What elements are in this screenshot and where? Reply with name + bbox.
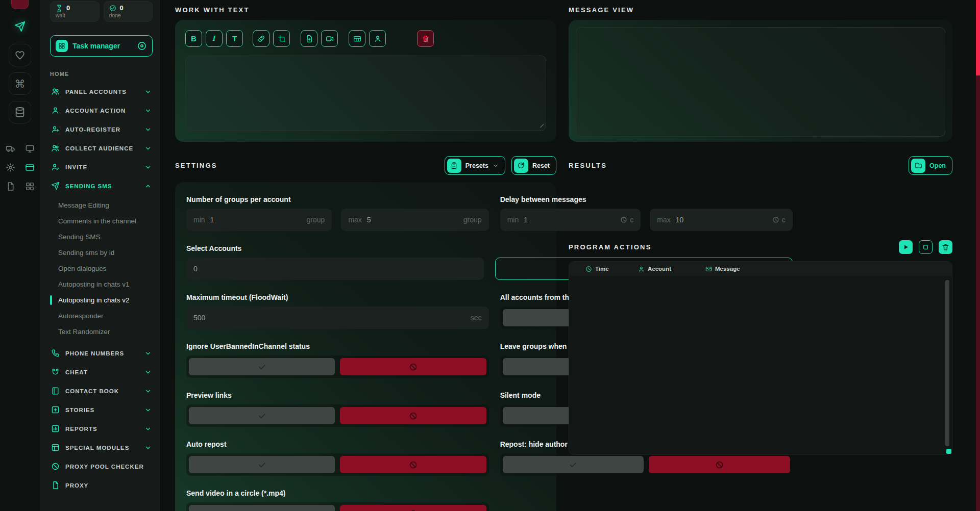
toggle-enable-button[interactable]: [189, 407, 335, 424]
document-mini-button[interactable]: [5, 181, 16, 192]
task-manager-button[interactable]: Task manager: [50, 35, 153, 57]
toggle-switch: [186, 404, 489, 427]
start-button[interactable]: [899, 240, 913, 254]
toggle-enable-button[interactable]: [189, 505, 335, 511]
database-rail-button[interactable]: [9, 101, 31, 123]
chevron-down-icon: [144, 350, 152, 357]
keyboard-button[interactable]: [349, 30, 365, 47]
timeout-input[interactable]: [193, 314, 467, 322]
italic-button[interactable]: I: [206, 30, 223, 47]
groups-min-input[interactable]: [210, 216, 303, 224]
rotate-icon: [514, 159, 528, 173]
sidebar-item-contact-book[interactable]: CONTACT BOOK: [50, 381, 153, 400]
groups-max-input[interactable]: [367, 216, 459, 224]
toggle-preview-links: Preview links: [186, 391, 489, 427]
link-button[interactable]: [253, 30, 270, 47]
clear-log-button[interactable]: [939, 240, 952, 254]
icon-rail: ⌘: [0, 0, 40, 511]
task-manager-label: Task manager: [72, 42, 132, 50]
chevron-down-icon: [144, 444, 152, 451]
presets-button[interactable]: Presets: [445, 156, 505, 175]
sidebar-item-stories[interactable]: STORIES: [50, 400, 153, 419]
submenu-sending-sms-by-id[interactable]: Sending sms by id: [50, 245, 153, 261]
user-check-icon: [51, 163, 60, 171]
grid-icon: [25, 182, 35, 191]
chevron-down-icon: [144, 369, 152, 376]
user-icon: [638, 266, 645, 272]
toggle-disable-button[interactable]: [340, 456, 486, 473]
settings-card: Number of groups per account min group m…: [175, 182, 556, 511]
toggle-disable-button[interactable]: [340, 407, 486, 424]
submenu-text-randomizer[interactable]: Text Randomizer: [50, 324, 153, 340]
clear-text-button[interactable]: [417, 30, 434, 47]
sidebar-item-account-action[interactable]: ACCOUNT ACTION: [50, 101, 153, 120]
sidebar-item-invite[interactable]: INVITE: [50, 158, 153, 176]
sidebar-item-cheat[interactable]: CHEAT: [50, 363, 153, 381]
attach-file-button[interactable]: [301, 30, 317, 47]
text-format-button[interactable]: T: [226, 30, 243, 47]
message-textarea[interactable]: [185, 56, 546, 131]
submenu-autoposting-v2[interactable]: Autoposting in chats v2: [50, 292, 153, 308]
spoiler-button[interactable]: [273, 30, 290, 47]
card-mini-button[interactable]: [24, 162, 35, 173]
crop-icon: [278, 35, 286, 43]
sidebar-item-sending-sms[interactable]: SENDING SMS: [50, 176, 153, 195]
toggle-disable-button[interactable]: [340, 505, 486, 511]
users-icon: [51, 144, 60, 152]
gear-mini-button[interactable]: [5, 162, 16, 173]
trash-icon: [422, 35, 430, 43]
monitor-mini-button[interactable]: [24, 143, 35, 154]
sidebar-item-panel-accounts[interactable]: PANEL ACCOUNTS: [50, 82, 153, 101]
chevron-down-icon: [144, 164, 152, 171]
sidebar-item-special-modules[interactable]: SPECIAL MODULES: [50, 438, 153, 457]
chevron-down-icon: [493, 163, 499, 169]
queue-stats: 0 wait 0 done: [50, 1, 153, 22]
submenu-sending-sms[interactable]: Sending SMS: [50, 229, 153, 245]
favorites-rail-button[interactable]: [9, 44, 31, 66]
sidebar-menu: PANEL ACCOUNTS ACCOUNT ACTION AUTO-REGIS…: [50, 82, 153, 495]
sidebar-item-proxy-pool-checker[interactable]: PROXY POOL CHECKER: [50, 457, 153, 476]
submenu-autoresponder[interactable]: Autoresponder: [50, 308, 153, 324]
submenu-message-editing[interactable]: Message Editing: [50, 197, 153, 213]
sidebar: 0 wait 0 done Task manager HOME PANEL AC…: [40, 0, 160, 511]
attach-video-button[interactable]: [321, 30, 338, 47]
editor-toolbar: B I T: [185, 30, 546, 47]
reset-button[interactable]: Reset: [511, 156, 556, 175]
table-scrollbar[interactable]: [945, 280, 949, 446]
toggle-enable-button[interactable]: [189, 456, 335, 473]
clipped-red-rail-icon[interactable]: [11, 0, 29, 9]
sidebar-item-phone-numbers[interactable]: PHONE NUMBERS: [50, 344, 153, 363]
groups-min-field: min group: [186, 209, 332, 231]
chevron-down-icon: [144, 107, 152, 114]
toggle-send-video-circle: Send video in a circle (*.mp4): [186, 489, 489, 511]
mention-button[interactable]: [369, 30, 386, 47]
open-results-button[interactable]: Open: [909, 156, 952, 175]
program-actions-title: PROGRAM ACTIONS: [569, 243, 893, 251]
stop-button[interactable]: [919, 240, 933, 254]
sidebar-item-collect-audience[interactable]: COLLECT AUDIENCE: [50, 139, 153, 158]
submenu-comments-in-channel[interactable]: Comments in the channel: [50, 213, 153, 229]
window-scrollbar-track[interactable]: [976, 0, 980, 511]
accounts-count-input[interactable]: [193, 265, 477, 273]
toggle-enable-button[interactable]: [189, 358, 335, 375]
submenu-open-dialogues[interactable]: Open dialogues: [50, 261, 153, 276]
prohibited-icon: [409, 461, 418, 469]
toggle-disable-button[interactable]: [340, 358, 486, 375]
check-icon: [258, 412, 266, 420]
target-circle-icon: [137, 41, 147, 51]
toggle-switch: [186, 453, 489, 476]
submenu-autoposting-v1[interactable]: Autoposting in chats v1: [50, 276, 153, 292]
table-resize-handle[interactable]: [946, 449, 951, 454]
settings-title: SETTINGS: [175, 162, 438, 169]
window-scrollbar-thumb[interactable]: [976, 0, 980, 75]
truck-mini-button[interactable]: [5, 143, 16, 154]
send-rail-button[interactable]: [9, 15, 31, 38]
sidebar-item-auto-register[interactable]: AUTO-REGISTER: [50, 120, 153, 139]
sidebar-item-proxy[interactable]: PROXY: [50, 476, 153, 495]
sidebar-item-reports[interactable]: REPORTS: [50, 419, 153, 438]
grid-mini-button[interactable]: [24, 181, 35, 192]
work-with-text-card: B I T: [175, 20, 556, 142]
bold-button[interactable]: B: [185, 30, 202, 47]
message-view-title: MESSAGE VIEW: [569, 6, 952, 14]
command-rail-button[interactable]: ⌘: [9, 72, 31, 95]
